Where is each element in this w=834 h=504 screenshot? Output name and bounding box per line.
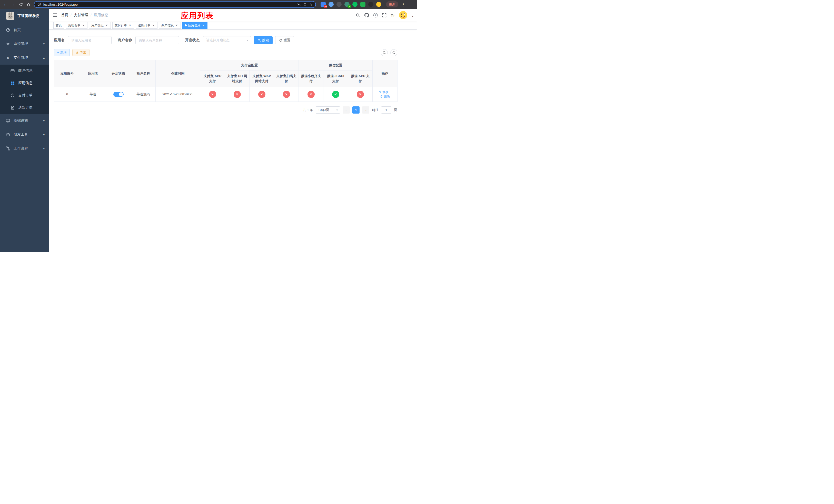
browser-reload-button[interactable] [18,1,24,8]
sidebar-item-merchant-info[interactable]: 商户信息 [0,65,49,77]
cell-status [106,87,131,102]
extension-icon[interactable] [360,2,366,7]
share-icon[interactable] [303,3,307,6]
help-button[interactable]: ? [373,13,378,18]
breadcrumb-payment[interactable]: 支付管理 [74,13,88,18]
sidebar-item-refund-order[interactable]: 退款订单 [0,101,49,114]
document-icon [10,106,15,110]
extension-icon[interactable] [368,2,373,7]
tab-home[interactable]: 首页 [53,22,64,29]
tab-app-info[interactable]: 应用信息 × [182,22,207,29]
sidebar-item-system[interactable]: 系统管理 ▾ [0,37,49,51]
goto-page-input[interactable] [381,107,391,114]
address-bar[interactable]: localhost:1024/pay/app ☆ [34,1,316,8]
delete-label: 删除 [384,94,390,99]
font-size-button[interactable]: TT [391,13,395,17]
status-disabled-icon: × [307,91,315,98]
close-icon[interactable]: × [202,24,205,27]
sidebar-item-dev-tools[interactable]: 研发工具 ▾ [0,128,49,141]
password-key-icon[interactable] [297,3,301,6]
col-header-created: 创建时间 [156,60,200,87]
fullscreen-button[interactable] [382,13,387,18]
cell-app-name: 芋道 [80,87,106,102]
user-avatar[interactable] [399,11,408,20]
status-select[interactable]: 请选择开启状态 ▾ [203,36,251,44]
tab-merchant-info[interactable]: 商户信息 × [159,22,181,29]
browser-back-button[interactable]: ← [2,1,9,8]
yen-icon: ¥ [6,55,10,60]
table-toolbar: + 新增 导出 [54,49,397,56]
sidebar-item-infrastructure[interactable]: 基础设施 ▾ [0,114,49,128]
gear-icon [6,42,10,46]
extension-badge: 10 [324,5,327,8]
order-icon [10,93,15,97]
extension-icon[interactable] [329,2,334,7]
app-name-input[interactable] [68,36,112,44]
sidebar-item-payment[interactable]: ¥ 支付管理 ▴ [0,51,49,65]
status-disabled-icon: × [283,91,290,98]
sidebar-item-pay-order[interactable]: 支付订单 [0,89,49,101]
add-button[interactable]: + 新增 [54,49,70,56]
tab-user-group[interactable]: 用户分组 × [89,22,111,29]
sidebar-item-app-info[interactable]: 应用信息 [0,77,49,89]
tab-label: 应用信息 [188,23,200,28]
export-button[interactable]: 导出 [72,49,89,56]
extension-icon[interactable]: 1 [345,2,350,7]
refresh-table-button[interactable] [390,49,397,56]
text-size-icon-small: T [393,15,395,17]
col-header-status: 开启状态 [106,60,131,87]
page-size-select[interactable]: 10条/页 ▾ [316,107,340,114]
sidebar-item-label: 首页 [14,28,21,32]
export-button-label: 导出 [80,50,86,55]
page-number-1[interactable]: 1 [352,107,359,114]
sidebar-item-workflow[interactable]: 工作流程 ▾ [0,141,49,155]
prev-page-button[interactable]: ‹ [343,107,350,114]
browser-home-button[interactable] [25,1,32,8]
sidebar-item-home[interactable]: 首页 [0,23,49,37]
site-info-icon[interactable] [38,3,41,6]
extension-icon[interactable]: 10 [321,2,326,7]
extension-icon[interactable] [376,2,381,7]
cell-alipay-wap: × [249,87,274,102]
close-icon[interactable]: × [175,24,178,27]
breadcrumb-home[interactable]: 首页 [61,13,68,18]
tab-refund-order[interactable]: 退款订单 × [136,22,157,29]
status-toggle[interactable] [113,92,124,97]
extension-icon[interactable] [352,2,357,7]
next-page-button[interactable]: › [362,107,369,114]
browser-forward-button[interactable]: → [10,1,16,8]
github-link-button[interactable] [365,13,369,18]
sidebar-item-label: 退款订单 [18,105,32,110]
header-search-button[interactable] [356,13,360,18]
app-logo[interactable]: 芋道管理系统 [0,9,49,23]
close-icon[interactable]: × [152,24,155,27]
browser-menu-button[interactable]: ⋮ [401,2,405,7]
header-actions: ? TT ▾ [356,11,417,20]
app-title: 芋道管理系统 [18,14,39,18]
status-disabled-icon: × [209,91,216,98]
sidebar-collapse-button[interactable] [49,13,61,17]
avatar-caret-icon[interactable]: ▾ [412,15,413,18]
merchant-name-input[interactable] [135,36,179,44]
tab-process-form[interactable]: 流程表单 × [66,22,87,29]
grid-icon [10,81,15,85]
col-header-wechat-mini: 微信小程序支付 [299,70,323,87]
toggle-search-button[interactable] [381,49,388,56]
cell-app-id: 6 [54,87,80,102]
app-table: 应用编号 应用名 开启状态 商户名称 创建时间 支付宝配置 微信配置 操作 支付… [54,60,397,102]
delete-link[interactable]: 删除 [380,94,390,99]
browser-update-button[interactable]: 更新 [386,1,398,7]
bookmark-star-icon[interactable]: ☆ [309,2,312,6]
col-header-alipay-qr: 支付宝扫码支付 [274,70,299,87]
edit-link[interactable]: ✎修改 [379,90,388,94]
close-icon[interactable]: × [128,24,132,27]
search-button[interactable]: 搜索 [254,36,272,44]
extension-icon[interactable] [336,2,342,7]
close-icon[interactable]: × [82,24,85,27]
col-header-wechat-app: 微信 APP 支付 [348,70,373,87]
tab-pay-order[interactable]: 支付订单 × [112,22,134,29]
close-icon[interactable]: × [105,24,109,27]
col-header-merchant: 商户名称 [131,60,156,87]
reload-icon [19,3,23,6]
reset-button[interactable]: 重置 [275,36,294,44]
